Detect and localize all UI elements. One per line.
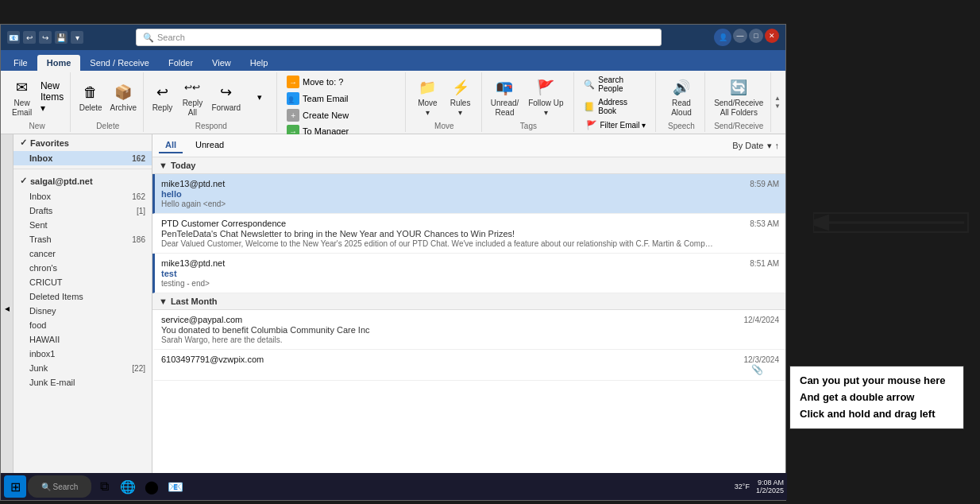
reply-all-label: ReplyAll bbox=[183, 99, 203, 118]
account-header[interactable]: ✓ salgal@ptd.net bbox=[14, 173, 152, 189]
rules-label: Rules ▾ bbox=[448, 99, 473, 118]
favorites-header[interactable]: ✓ Favorites bbox=[14, 134, 152, 151]
follow-up-button[interactable]: 🚩 Follow Up ▾ bbox=[523, 75, 569, 119]
drafts-count: [1] bbox=[137, 207, 145, 215]
tab-unread[interactable]: Unread bbox=[189, 138, 230, 153]
search-taskbar[interactable]: 🔍 Search bbox=[28, 475, 91, 498]
new-group-buttons: ✉ NewEmail NewItems ▾ bbox=[8, 74, 67, 120]
new-email-label: NewEmail bbox=[12, 99, 32, 118]
sidebar-item-sent[interactable]: Sent bbox=[14, 218, 152, 232]
delete-button[interactable]: 🗑 Delete bbox=[76, 79, 106, 114]
edge-icon[interactable]: 🌐 bbox=[117, 475, 139, 498]
sidebar-item-food[interactable]: food bbox=[14, 318, 152, 332]
tab-file[interactable]: File bbox=[4, 55, 37, 71]
sidebar-item-junk[interactable]: Junk [22] bbox=[14, 361, 152, 375]
customize-icon[interactable]: ▾ bbox=[71, 31, 83, 44]
rules-button[interactable]: ⚡ Rules ▾ bbox=[445, 75, 476, 119]
tags-group-buttons: 📭 Unread/Read 🚩 Follow Up ▾ bbox=[488, 74, 569, 120]
tab-all[interactable]: All bbox=[159, 138, 183, 153]
tab-send-receive[interactable]: Send / Receive bbox=[80, 55, 159, 71]
close-button[interactable]: ✕ bbox=[765, 29, 779, 43]
sidebar-item-cancer[interactable]: cancer bbox=[14, 246, 152, 261]
send-receive-all-button[interactable]: 🔄 Send/ReceiveAll Folders bbox=[711, 75, 766, 119]
tab-help[interactable]: Help bbox=[241, 55, 278, 71]
outlook-app-icon: 📧 bbox=[7, 31, 20, 44]
taskview-icon[interactable]: ⧉ bbox=[93, 475, 115, 498]
ribbon-group-send-receive: 🔄 Send/ReceiveAll Folders Send/Receive bbox=[707, 72, 771, 132]
start-button[interactable]: ⊞ bbox=[4, 475, 26, 498]
follow-up-icon: 🚩 bbox=[534, 76, 557, 99]
redo-icon[interactable]: ↪ bbox=[39, 31, 52, 44]
sidebar-divider-1 bbox=[14, 169, 152, 169]
email-2-time: 8:53 AM bbox=[750, 219, 779, 228]
email-row-3[interactable]: mike13@ptd.net 8:51 AM test testing - en… bbox=[152, 254, 785, 293]
disney-label: Disney bbox=[29, 306, 56, 316]
sidebar-item-trash[interactable]: Trash 186 bbox=[14, 232, 152, 246]
sidebar-item-drafts[interactable]: Drafts [1] bbox=[14, 204, 152, 218]
forward-button[interactable]: ↪ Forward bbox=[208, 79, 244, 114]
read-aloud-button[interactable]: 🔊 ReadAloud bbox=[667, 75, 696, 119]
sidebar-toggle[interactable]: ◂ bbox=[1, 134, 14, 483]
outlook-taskbar-icon[interactable]: 📧 bbox=[164, 475, 187, 498]
email-1-preview: Hello again <end> bbox=[161, 200, 717, 208]
quick-step-team[interactable]: 👥 Team Email bbox=[284, 91, 400, 107]
favorites-label: Favorites bbox=[30, 138, 69, 148]
filter-email-button[interactable]: 🚩 Filter Email ▾ bbox=[583, 118, 650, 132]
new-email-icon: ✉ bbox=[11, 76, 33, 99]
new-email-button[interactable]: ✉ NewEmail bbox=[8, 75, 37, 119]
today-label: Today bbox=[171, 161, 196, 170]
restore-button[interactable]: □ bbox=[749, 29, 763, 43]
inbox-favorites-label: Inbox bbox=[29, 153, 52, 163]
trash-count: 186 bbox=[132, 235, 145, 244]
respond-group-label: Respond bbox=[195, 122, 227, 130]
address-book-button[interactable]: 📒 Address Book bbox=[581, 96, 650, 117]
email-row-4[interactable]: service@paypal.com 12/4/2024 You donated… bbox=[152, 310, 785, 350]
search-people-button[interactable]: 🔍 Search People bbox=[581, 74, 650, 95]
undo-icon[interactable]: ↩ bbox=[23, 31, 36, 44]
taskbar: ⊞ 🔍 Search ⧉ 🌐 ⬤ 📧 32°F 9:08 AM1/2/2025 bbox=[1, 473, 787, 500]
ribbon-scroll[interactable]: ▲ ▼ bbox=[773, 72, 782, 132]
sidebar-item-inbox[interactable]: Inbox 162 bbox=[14, 189, 152, 204]
email-row-1[interactable]: mike13@ptd.net 8:59 AM hello Hello again… bbox=[152, 174, 785, 214]
sidebar-item-junk-email[interactable]: Junk E-mail bbox=[14, 375, 152, 390]
chrome-icon[interactable]: ⬤ bbox=[141, 475, 163, 498]
search-bar[interactable]: 🔍 Search bbox=[136, 29, 662, 46]
archive-button[interactable]: 📦 Archive bbox=[107, 79, 140, 114]
sidebar-item-inbox1[interactable]: inbox1 bbox=[14, 347, 152, 361]
trash-label: Trash bbox=[29, 235, 52, 244]
sidebar-item-cricut[interactable]: CRICUT bbox=[14, 275, 152, 289]
find-group-buttons: 🔍 Search People 📒 Address Book 🚩 Filter … bbox=[581, 74, 650, 132]
email-3-time: 8:51 AM bbox=[750, 259, 779, 268]
filter-email-icon: 🚩 bbox=[586, 120, 597, 130]
tab-home[interactable]: Home bbox=[37, 55, 81, 71]
move-dropdown-button[interactable]: 📁 Move ▾ bbox=[412, 75, 443, 119]
archive-label: Archive bbox=[110, 103, 137, 113]
email-row-5[interactable]: 6103497791@vzwpix.com 12/3/2024 📎 bbox=[152, 350, 785, 381]
arrow-svg bbox=[813, 207, 972, 238]
email-row-1-top: mike13@ptd.net 8:59 AM bbox=[161, 179, 779, 188]
sidebar-item-hawaii[interactable]: HAWAII bbox=[14, 332, 152, 347]
email-row-2[interactable]: PTD Customer Correspondence 8:53 AM PenT… bbox=[152, 214, 785, 254]
email-2-subject: PenTeleData's Chat Newsletter to bring i… bbox=[161, 229, 779, 238]
quick-step-create[interactable]: + Create New bbox=[284, 107, 400, 123]
window-controls: 👤 — □ ✕ bbox=[714, 29, 779, 46]
more-respond-button[interactable]: ▾ bbox=[245, 84, 274, 110]
sidebar-item-inbox-favorites[interactable]: Inbox 162 bbox=[14, 151, 152, 165]
tab-view[interactable]: View bbox=[203, 55, 241, 71]
sidebar-item-disney[interactable]: Disney bbox=[14, 304, 152, 318]
unread-read-button[interactable]: 📭 Unread/Read bbox=[488, 75, 522, 119]
save-icon[interactable]: 💾 bbox=[55, 31, 68, 44]
tab-folder[interactable]: Folder bbox=[159, 55, 203, 71]
sidebar-item-chrons[interactable]: chron's bbox=[14, 261, 152, 275]
delete-label: Delete bbox=[79, 103, 102, 113]
email-sort[interactable]: By Date ▾ ↑ bbox=[732, 141, 779, 151]
section-header-last-month: ▼ Last Month bbox=[152, 293, 785, 310]
forward-label: Forward bbox=[211, 103, 241, 113]
reply-button[interactable]: ↩ Reply bbox=[148, 79, 176, 114]
new-items-button[interactable]: NewItems ▾ bbox=[38, 84, 67, 110]
reply-all-button[interactable]: ↩↩ ReplyAll bbox=[178, 75, 206, 119]
email-4-preview: Sarah Wargo, here are the details. bbox=[161, 335, 717, 344]
minimize-button[interactable]: — bbox=[733, 29, 747, 43]
sidebar-item-deleted[interactable]: Deleted Items bbox=[14, 289, 152, 304]
quick-step-move[interactable]: → Move to: ? bbox=[284, 74, 400, 90]
